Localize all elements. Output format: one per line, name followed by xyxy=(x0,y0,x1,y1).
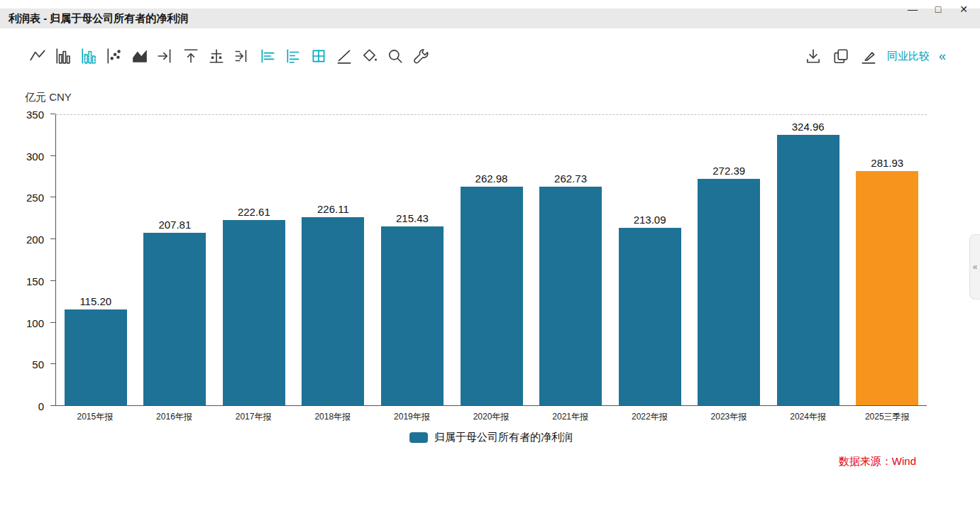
bar[interactable] xyxy=(539,187,602,405)
bar-value-label: 207.81 xyxy=(158,219,191,231)
x-axis-label: 2021年报 xyxy=(531,411,610,423)
title-bar: 利润表 - 归属于母公司所有者的净利润 xyxy=(0,9,980,28)
x-axis-label: 2022年报 xyxy=(610,411,689,423)
y-tick-label: 50 xyxy=(32,358,44,370)
bar-value-label: 324.96 xyxy=(792,121,825,133)
bar-column: 213.09 xyxy=(610,114,690,405)
collapse-toolbar-chevron-icon[interactable]: « xyxy=(939,50,946,62)
stacked-axis-icon[interactable] xyxy=(207,47,226,65)
y-tick-label: 200 xyxy=(26,234,44,246)
bar-value-label: 222.61 xyxy=(238,206,270,218)
copy-icon[interactable] xyxy=(832,47,850,65)
toolbar-left-icons xyxy=(28,47,430,65)
minimize-button[interactable]: — xyxy=(902,1,923,17)
bar-column: 207.81 xyxy=(136,114,215,405)
trend-line-icon[interactable] xyxy=(335,47,353,65)
bar-value-label: 262.98 xyxy=(475,172,508,185)
settings-wrench-icon[interactable] xyxy=(412,47,430,65)
bar-column: 281.93 xyxy=(847,114,927,405)
bar-value-label: 226.11 xyxy=(317,203,349,215)
plot-area: 115.20207.81222.61226.11215.43262.98262.… xyxy=(55,114,927,406)
bar[interactable] xyxy=(619,228,681,405)
y-tick-mark xyxy=(50,405,55,406)
maximize-button[interactable]: □ xyxy=(927,1,949,17)
side-panel-chevron-icon: « xyxy=(973,262,978,272)
y-tick-mark xyxy=(50,322,55,323)
toolbar-right: 同业比较 « xyxy=(804,47,946,65)
y-axis-unit-label: 亿元 CNY xyxy=(25,91,72,104)
y-tick-mark xyxy=(50,197,55,197)
x-axis-label: 2019年报 xyxy=(373,411,452,423)
side-panel-handle[interactable]: « xyxy=(969,234,980,300)
y-tick-label: 300 xyxy=(26,150,44,162)
arrow-right-box-icon[interactable] xyxy=(233,47,251,65)
legend-swatch xyxy=(409,432,428,443)
y-tick-mark xyxy=(50,155,55,156)
data-source-label: 数据来源：Wind xyxy=(839,455,916,468)
line-chart-icon[interactable] xyxy=(28,47,47,65)
hbar-lines-icon[interactable] xyxy=(258,47,277,65)
bar-column: 215.43 xyxy=(373,114,452,405)
hbar-lines2-icon[interactable] xyxy=(284,47,302,65)
scatter-chart-icon[interactable] xyxy=(105,47,123,65)
paint-diamond-icon[interactable] xyxy=(360,47,379,65)
y-tick-label: 350 xyxy=(26,109,44,121)
y-tick-label: 100 xyxy=(26,317,44,329)
y-tick-mark xyxy=(50,280,55,281)
y-tick-mark xyxy=(50,363,55,364)
x-axis-label: 2017年报 xyxy=(214,411,293,423)
y-tick-label: 250 xyxy=(26,192,44,204)
bar-column: 324.96 xyxy=(769,114,848,405)
bar-arrow-right-icon[interactable] xyxy=(156,47,175,65)
bar[interactable] xyxy=(65,309,127,405)
bar-value-label: 281.93 xyxy=(871,157,903,169)
bar[interactable] xyxy=(223,220,285,405)
edit-icon[interactable] xyxy=(859,47,878,65)
x-axis-label: 2018年报 xyxy=(293,411,373,423)
y-tick-label: 150 xyxy=(26,275,44,287)
bar[interactable] xyxy=(302,217,364,405)
x-axis-label: 2015年报 xyxy=(55,411,135,423)
bar[interactable] xyxy=(777,135,839,405)
bar-column: 222.61 xyxy=(214,114,294,405)
bar[interactable] xyxy=(856,171,918,405)
bar[interactable] xyxy=(381,226,444,405)
bar-chart-dashed-icon[interactable] xyxy=(79,47,98,65)
close-button[interactable]: ✕ xyxy=(953,1,974,17)
y-axis: 350300250200150100500 xyxy=(0,114,55,406)
toolbar: 同业比较 « xyxy=(0,40,980,72)
bar[interactable] xyxy=(143,233,206,405)
bar[interactable] xyxy=(698,179,760,405)
bar-value-label: 262.73 xyxy=(554,172,587,185)
x-axis-label: 2024年报 xyxy=(769,411,848,423)
bar-column: 262.98 xyxy=(452,114,532,405)
bar[interactable] xyxy=(461,187,523,405)
window-controls: — □ ✕ xyxy=(902,1,974,17)
y-tick-label: 0 xyxy=(38,400,44,412)
toolbar-right-icons xyxy=(804,47,878,65)
bar-column: 115.20 xyxy=(56,114,136,405)
x-axis-label: 2025三季报 xyxy=(847,411,927,423)
peer-comparison-link[interactable]: 同业比较 xyxy=(887,50,930,63)
x-axis-label: 2016年报 xyxy=(135,411,214,423)
bar-value-label: 215.43 xyxy=(396,212,429,224)
x-axis-label: 2023年报 xyxy=(689,411,769,423)
x-axis-label: 2020年报 xyxy=(451,411,531,423)
bar-value-label: 272.39 xyxy=(712,165,745,177)
x-axis-labels: 2015年报2016年报2017年报2018年报2019年报2020年报2021… xyxy=(55,411,927,423)
bar-chart-icon[interactable] xyxy=(54,47,72,65)
bar-column: 262.73 xyxy=(531,114,610,405)
download-icon[interactable] xyxy=(804,47,822,65)
legend: 归属于母公司所有者的净利润 xyxy=(55,431,927,444)
y-tick-mark xyxy=(50,114,55,114)
y-tick-mark xyxy=(50,238,55,239)
bar-value-label: 213.09 xyxy=(634,214,666,226)
grid-table-icon[interactable] xyxy=(309,47,328,65)
arrow-top-icon[interactable] xyxy=(182,47,200,65)
zoom-icon[interactable] xyxy=(386,47,404,65)
legend-label: 归属于母公司所有者的净利润 xyxy=(434,431,573,444)
area-chart-icon[interactable] xyxy=(131,47,149,65)
bar-column: 272.39 xyxy=(689,114,769,405)
window-title: 利润表 - 归属于母公司所有者的净利润 xyxy=(9,12,188,26)
bar-column: 226.11 xyxy=(294,114,373,405)
